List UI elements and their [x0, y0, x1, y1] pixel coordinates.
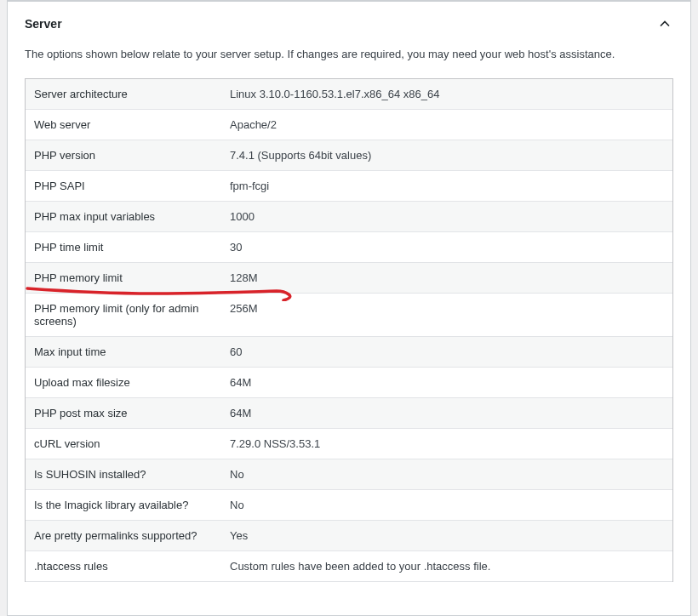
row-label: Is SUHOSIN installed?	[26, 459, 221, 489]
row-value: Apache/2	[221, 110, 672, 140]
table-row: .htaccess rules Custom rules have been a…	[26, 551, 672, 582]
table-row: Upload max filesize 64M	[26, 368, 672, 398]
row-value: 60	[221, 337, 672, 367]
row-label: .htaccess rules	[26, 551, 221, 581]
row-label: Server architecture	[26, 79, 221, 109]
row-value: 7.29.0 NSS/3.53.1	[221, 429, 672, 459]
section-description: The options shown below relate to your s…	[8, 46, 690, 78]
table-row: Are pretty permalinks supported? Yes	[26, 521, 672, 551]
table-row: PHP time limit 30	[26, 232, 672, 263]
row-value: Linux 3.10.0-1160.53.1.el7.x86_64 x86_64	[221, 79, 672, 109]
row-value: 30	[221, 232, 672, 262]
table-row: Is SUHOSIN installed? No	[26, 459, 672, 490]
section-title: Server	[25, 17, 62, 31]
row-label: Max input time	[26, 337, 221, 367]
table-row: Max input time 60	[26, 337, 672, 368]
row-label: Is the Imagick library available?	[26, 490, 221, 520]
table-row: PHP version 7.4.1 (Supports 64bit values…	[26, 140, 672, 171]
table-row: PHP memory limit (only for admin screens…	[26, 294, 672, 337]
table-row: cURL version 7.29.0 NSS/3.53.1	[26, 429, 672, 459]
row-label: cURL version	[26, 429, 221, 459]
row-value: 64M	[221, 398, 672, 428]
table-row: Is the Imagick library available? No	[26, 490, 672, 521]
row-value: No	[221, 459, 672, 489]
row-value: Yes	[221, 521, 672, 550]
row-label: PHP post max size	[26, 398, 221, 428]
row-value: 1000	[221, 202, 672, 231]
table-row: PHP post max size 64M	[26, 398, 672, 429]
row-label: PHP SAPI	[26, 171, 221, 201]
table-row: PHP memory limit 128M	[26, 263, 672, 294]
row-label: Upload max filesize	[26, 368, 221, 397]
row-label: Web server	[26, 110, 221, 140]
table-row: Server architecture Linux 3.10.0-1160.53…	[26, 79, 672, 110]
chevron-up-icon	[656, 15, 673, 32]
table-row: Web server Apache/2	[26, 110, 672, 140]
row-label: PHP max input variables	[26, 202, 221, 231]
row-value: 7.4.1 (Supports 64bit values)	[221, 140, 672, 170]
row-value: fpm-fcgi	[221, 171, 672, 201]
row-value: Custom rules have been added to your .ht…	[221, 551, 672, 581]
row-label: PHP version	[26, 140, 221, 170]
row-label: Are pretty permalinks supported?	[26, 521, 221, 550]
row-label: PHP time limit	[26, 232, 221, 262]
row-value: No	[221, 490, 672, 520]
table-row: PHP max input variables 1000	[26, 202, 672, 232]
row-value: 128M	[221, 263, 672, 293]
server-info-table: Server architecture Linux 3.10.0-1160.53…	[25, 78, 673, 582]
row-value: 256M	[221, 294, 672, 336]
server-panel: Server The options shown below relate to…	[7, 0, 691, 616]
section-header-toggle[interactable]: Server	[8, 2, 690, 46]
row-label: PHP memory limit	[26, 263, 221, 293]
row-label: PHP memory limit (only for admin screens…	[26, 294, 221, 336]
row-value: 64M	[221, 368, 672, 397]
table-row: PHP SAPI fpm-fcgi	[26, 171, 672, 202]
